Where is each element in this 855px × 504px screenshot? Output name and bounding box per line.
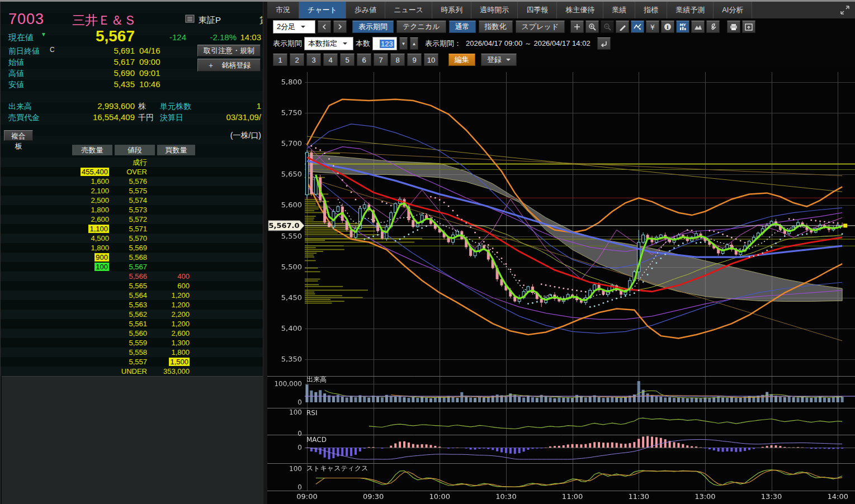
order-book-row[interactable]: 2,5005,574: [1, 196, 263, 205]
wrench-icon[interactable]: [706, 21, 720, 33]
chevron-down-icon: [343, 42, 347, 47]
tab-指標[interactable]: 指標: [635, 2, 667, 18]
order-book-row[interactable]: 5,5611,200: [1, 319, 263, 329]
zoom-out-icon[interactable]: [601, 21, 614, 33]
panel-empty-area: [2, 376, 263, 504]
order-book-row[interactable]: 成行: [1, 158, 263, 167]
tab-歩み値[interactable]: 歩み値: [346, 2, 385, 18]
trade-caution-button[interactable]: 取引注意・規制: [197, 45, 261, 56]
order-book-row[interactable]: 2,6005,572: [1, 215, 263, 224]
printer-icon[interactable]: [727, 21, 740, 33]
chart-canvas[interactable]: [267, 68, 855, 504]
order-book-row[interactable]: 5,5602,600: [1, 329, 263, 338]
quote-panel: 7003 三井Ｅ＆Ｓ 東証P 貸 現在値 ▼ 5,567 -124 -2.18%…: [0, 2, 263, 504]
tab-ニュース[interactable]: ニュース: [385, 2, 432, 18]
preset-button-7[interactable]: 7: [374, 54, 388, 66]
preset-number-buttons: 12345678910: [273, 54, 438, 66]
order-book-row[interactable]: UNDER353,000: [1, 367, 263, 376]
preset-button-6[interactable]: 6: [357, 54, 371, 66]
order-book-row[interactable]: 5,5591,300: [1, 338, 263, 348]
register-dropdown-button[interactable]: 登録: [481, 54, 517, 66]
stock-name: 三井Ｅ＆Ｓ: [72, 12, 136, 29]
info-icon[interactable]: i: [661, 21, 674, 33]
board-list-icon[interactable]: [185, 15, 195, 23]
interval-select[interactable]: 2分足: [273, 20, 315, 34]
preset-button-5[interactable]: 5: [340, 54, 355, 66]
chart-button-テクニカル[interactable]: テクニカル: [396, 21, 446, 33]
reset-icon[interactable]: [597, 37, 611, 50]
count-up-spinner[interactable]: ▲: [410, 37, 418, 50]
tab-時系列[interactable]: 時系列: [432, 2, 471, 18]
order-book-row[interactable]: 1,8005,569: [1, 243, 263, 253]
order-book-row[interactable]: 1,6005,576: [1, 177, 263, 186]
turnover-unit: 千円: [138, 113, 154, 123]
new-window-icon[interactable]: [742, 21, 755, 33]
chart-button-通常[interactable]: 通常: [449, 21, 476, 33]
preset-button-4[interactable]: 4: [323, 54, 338, 66]
register-symbol-button[interactable]: ＋ 銘柄登録: [197, 59, 261, 72]
volume-row: 出来高 2,993,600 株 単元株数 1: [1, 101, 263, 112]
trendline-icon[interactable]: [631, 21, 644, 33]
chart-toolbar-2: 表示期間 本数指定 本数 123 ▼ ▲ 表示期間： 2026/04/17 09…: [273, 37, 611, 50]
plus-icon[interactable]: [570, 21, 584, 33]
order-book-row[interactable]: 5,5581,800: [1, 348, 263, 357]
order-book-row[interactable]: 5,5622,200: [1, 310, 263, 319]
chart-button-表示期間[interactable]: 表示期間: [352, 21, 394, 33]
pencil-icon[interactable]: [616, 21, 629, 33]
order-book-row[interactable]: 1,1005,571: [1, 224, 263, 234]
chevron-left-icon[interactable]: [318, 21, 331, 33]
composite-board-button[interactable]: 複合板: [4, 130, 33, 141]
interval-value: 2分足: [277, 22, 295, 32]
market-segment: 東証P: [199, 15, 221, 26]
preset-button-3[interactable]: 3: [306, 54, 321, 66]
preset-button-10[interactable]: 10: [424, 54, 438, 66]
order-book-row[interactable]: 5,5571,500: [1, 357, 263, 367]
preset-button-1[interactable]: 1: [273, 54, 287, 66]
yen-icon[interactable]: ¥: [646, 21, 659, 33]
register-label: 登録: [487, 55, 502, 65]
tab-市況[interactable]: 市況: [267, 2, 299, 18]
order-book-row[interactable]: 9005,568: [1, 253, 263, 262]
chart-button-指数化[interactable]: 指数化: [479, 21, 513, 33]
preset-button-2[interactable]: 2: [290, 54, 304, 66]
edit-button[interactable]: 編集: [448, 54, 475, 66]
per-unit-note: (一株/口): [168, 131, 261, 141]
period-mode-select[interactable]: 本数指定: [304, 37, 353, 50]
chart-button-スプレッド[interactable]: スプレッド: [516, 21, 565, 33]
order-book-row[interactable]: 5,5641,200: [1, 291, 263, 300]
tab-チャート[interactable]: チャート: [299, 2, 346, 18]
my-chart-icon[interactable]: MY: [676, 21, 689, 33]
order-book[interactable]: 売数量 値段 買数量 成行455,400OVER1,6005,5762,1005…: [1, 145, 263, 376]
chart-mode-buttons: 表示期間テクニカル通常指数化スプレッド: [352, 21, 565, 33]
tab-AI分析[interactable]: AI分析: [714, 2, 752, 18]
prev-close-date: 04/16: [139, 46, 160, 55]
count-down-spinner[interactable]: ▼: [399, 37, 408, 50]
chevron-right-icon[interactable]: [333, 21, 347, 33]
order-book-row[interactable]: 5,566400: [1, 272, 263, 281]
tab-株主優待[interactable]: 株主優待: [557, 2, 603, 18]
sell-qty-header: 売数量: [72, 145, 112, 155]
order-book-row[interactable]: 1,8005,573: [1, 205, 263, 215]
low-row: 安値 5,435 10:46: [1, 79, 263, 90]
tab-業績[interactable]: 業績: [603, 2, 635, 18]
volume-unit: 株: [138, 102, 146, 112]
order-book-row[interactable]: 1005,567: [1, 262, 263, 272]
tab-業績予測[interactable]: 業績予測: [667, 2, 714, 18]
expand-icon[interactable]: [839, 4, 851, 16]
order-book-row[interactable]: 2,1005,575: [1, 186, 263, 196]
range-value: 2026/04/17 09:00 ～ 2026/04/17 14:02: [466, 39, 591, 49]
order-book-row[interactable]: 5,565600: [1, 281, 263, 291]
bar-count-input[interactable]: 123: [372, 37, 397, 50]
tab-適時開示[interactable]: 適時開示: [471, 2, 518, 18]
order-book-row[interactable]: 4,5005,570: [1, 234, 263, 243]
preset-button-8[interactable]: 8: [390, 54, 405, 66]
mountain-icon[interactable]: [691, 21, 705, 33]
order-book-row[interactable]: 455,400OVER: [1, 167, 263, 177]
order-book-row[interactable]: 5,5631,200: [1, 300, 263, 310]
quote-info-area: 7003 三井Ｅ＆Ｓ 東証P 貸 現在値 ▼ 5,567 -124 -2.18%…: [1, 2, 263, 144]
preset-button-9[interactable]: 9: [407, 54, 422, 66]
low-time: 10:46: [139, 79, 160, 89]
zoom-in-icon[interactable]: [585, 21, 599, 33]
period-mode-value: 本数指定: [308, 39, 337, 49]
tab-四季報[interactable]: 四季報: [518, 2, 557, 18]
